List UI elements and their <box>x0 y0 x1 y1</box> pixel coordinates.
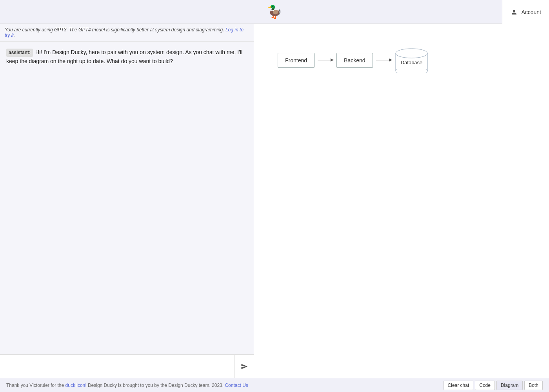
duck-icon: 🦆 <box>267 4 282 19</box>
account-label: Account <box>521 9 541 15</box>
role-badge: assistant: <box>6 49 33 57</box>
database-cylinder-icon: Database <box>395 47 428 73</box>
footer-credit-text: Thank you Victoruler for the <box>6 383 64 388</box>
notice-bar: You are currently using GPT3. The GPT4 m… <box>0 24 254 42</box>
diagram-panel: Frontend Backend <box>254 24 549 378</box>
arrow-1 <box>314 60 336 60</box>
diagram-canvas: Frontend Backend <box>254 24 549 378</box>
arrow-2 <box>373 60 395 60</box>
arrow-line-1 <box>318 60 333 60</box>
user-icon <box>510 8 518 16</box>
message-text: Hi! I'm Design Ducky, here to pair with … <box>6 49 242 64</box>
message-content: assistant:Hi! I'm Design Ducky, here to … <box>6 48 247 66</box>
header: 🦆 Account <box>0 0 549 24</box>
clear-chat-button[interactable]: Clear chat <box>444 381 474 390</box>
diagram-flow: Frontend Backend <box>278 47 533 73</box>
database-node: Database <box>395 47 428 73</box>
diagram-button[interactable]: Diagram <box>496 381 523 390</box>
chat-messages: assistant:Hi! I'm Design Ducky, here to … <box>0 42 254 354</box>
backend-node: Backend <box>336 53 373 68</box>
frontend-node: Frontend <box>278 53 314 68</box>
contact-link[interactable]: Contact Us <box>225 383 248 388</box>
notice-text: You are currently using GPT3. The GPT4 m… <box>5 27 224 33</box>
duck-icon-link[interactable]: duck icon! <box>65 383 87 388</box>
message: assistant:Hi! I'm Design Ducky, here to … <box>6 48 247 66</box>
main-content: You are currently using GPT3. The GPT4 m… <box>0 24 549 378</box>
svg-text:Database: Database <box>400 60 422 65</box>
chat-panel: You are currently using GPT3. The GPT4 m… <box>0 24 254 378</box>
svg-point-1 <box>396 49 427 58</box>
both-button[interactable]: Both <box>524 381 543 390</box>
footer-actions: Clear chat Code Diagram Both <box>444 381 543 390</box>
send-icon <box>241 363 248 370</box>
footer-credit: Thank you Victoruler for the duck icon! … <box>6 383 248 388</box>
send-button[interactable] <box>234 355 254 378</box>
footer-credit-text2: Design Ducky is brought to you by the De… <box>88 383 224 388</box>
notice-period: . <box>14 33 15 38</box>
arrow-line-2 <box>376 60 392 60</box>
account-button[interactable]: Account <box>502 0 549 24</box>
footer: Thank you Victoruler for the duck icon! … <box>0 378 549 392</box>
logo: 🦆 <box>267 4 282 19</box>
code-button[interactable]: Code <box>475 381 495 390</box>
chat-input-area <box>0 354 254 378</box>
chat-input[interactable] <box>0 355 234 378</box>
